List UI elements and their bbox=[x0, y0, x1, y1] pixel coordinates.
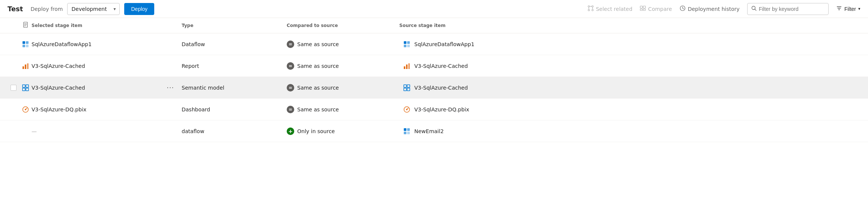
table-row[interactable]: V3-SqlAzure-DQ.pbix Dashboard = Same as … bbox=[0, 99, 868, 120]
svg-rect-40 bbox=[407, 85, 410, 87]
row3-checkbox[interactable] bbox=[8, 85, 20, 91]
svg-rect-38 bbox=[26, 88, 29, 91]
svg-rect-50 bbox=[407, 128, 410, 131]
svg-rect-31 bbox=[27, 63, 29, 69]
row3-checkbox-input[interactable] bbox=[11, 85, 17, 91]
row3-status-icon: = bbox=[287, 84, 294, 92]
row2-source-icon bbox=[399, 62, 414, 70]
row2-compared-label: Same as source bbox=[297, 63, 339, 69]
row2-type: Report bbox=[182, 63, 287, 69]
search-icon bbox=[751, 6, 757, 12]
row4-name: V3-SqlAzure-DQ.pbix bbox=[32, 106, 159, 112]
search-input[interactable] bbox=[759, 6, 824, 12]
row3-more-button[interactable]: ··· bbox=[159, 84, 182, 92]
deploy-from-label: Deploy from bbox=[30, 6, 63, 12]
svg-line-45 bbox=[26, 108, 27, 110]
svg-rect-22 bbox=[26, 41, 29, 44]
svg-rect-9 bbox=[640, 9, 642, 10]
svg-rect-23 bbox=[23, 45, 25, 47]
row3-type: Semantic model bbox=[182, 85, 287, 91]
svg-rect-28 bbox=[407, 45, 410, 47]
row1-compared-label: Same as source bbox=[297, 41, 339, 47]
svg-rect-42 bbox=[407, 88, 410, 91]
filter-label: Filter bbox=[844, 6, 856, 12]
row5-compared: + Only in source bbox=[287, 128, 377, 135]
chevron-down-icon: ▾ bbox=[113, 6, 116, 12]
search-box[interactable] bbox=[747, 3, 829, 15]
col-header-type: Type bbox=[182, 23, 287, 28]
row2-compared: = Same as source bbox=[287, 62, 377, 70]
page-icon bbox=[23, 22, 29, 29]
row5-source-icon bbox=[399, 128, 414, 135]
svg-rect-8 bbox=[643, 6, 645, 8]
row1-source-name: SqlAzureDataflowApp1 bbox=[414, 41, 527, 47]
select-related-label: Select related bbox=[596, 6, 632, 12]
row2-name: V3-SqlAzure-Cached bbox=[32, 63, 159, 69]
deployment-history-label: Deployment history bbox=[688, 6, 740, 12]
deploy-button[interactable]: Deploy bbox=[124, 3, 154, 15]
svg-rect-24 bbox=[26, 45, 29, 47]
table-header: Selected stage item Type Compared to sou… bbox=[0, 18, 868, 33]
filter-button[interactable]: Filter ▾ bbox=[836, 5, 860, 12]
svg-rect-35 bbox=[23, 85, 25, 87]
select-related-button[interactable]: Select related bbox=[588, 5, 632, 13]
svg-point-1 bbox=[592, 6, 593, 7]
svg-point-2 bbox=[588, 9, 590, 11]
table-row[interactable]: V3-SqlAzure-Cached ··· Semantic model = … bbox=[0, 77, 868, 99]
svg-line-13 bbox=[755, 9, 756, 11]
page-title: Test bbox=[8, 5, 23, 13]
row2-item-icon bbox=[20, 62, 32, 70]
row2-source-name: V3-SqlAzure-Cached bbox=[414, 63, 527, 69]
table-container: Selected stage item Type Compared to sou… bbox=[0, 18, 868, 142]
deploy-from-value: Development bbox=[71, 6, 110, 12]
row5-status-icon: + bbox=[287, 128, 294, 135]
svg-rect-41 bbox=[404, 88, 406, 91]
table-row[interactable]: SqlAzureDataflowApp1 Dataflow = Same as … bbox=[0, 33, 868, 55]
table-row[interactable]: — dataflow + Only in source NewEmail2 bbox=[0, 120, 868, 142]
deployment-history-button[interactable]: Deployment history bbox=[680, 5, 740, 13]
svg-rect-49 bbox=[404, 128, 406, 131]
svg-rect-21 bbox=[23, 41, 25, 44]
row4-item-icon bbox=[20, 106, 32, 113]
col-header-source: Source stage item bbox=[399, 23, 527, 28]
row1-source-icon bbox=[399, 40, 414, 48]
row1-status-icon: = bbox=[287, 40, 294, 48]
svg-rect-51 bbox=[404, 132, 406, 134]
svg-rect-26 bbox=[407, 41, 410, 44]
svg-rect-29 bbox=[23, 66, 24, 69]
row3-compared: = Same as source bbox=[287, 84, 377, 92]
svg-point-3 bbox=[592, 9, 593, 11]
row4-compared: = Same as source bbox=[287, 106, 377, 113]
topbar: Test Deploy from Development ▾ Deploy Se… bbox=[0, 0, 868, 18]
deploy-from-select[interactable]: Development ▾ bbox=[67, 3, 120, 15]
row5-type: dataflow bbox=[182, 128, 287, 134]
svg-rect-25 bbox=[404, 41, 406, 44]
svg-line-48 bbox=[407, 108, 408, 110]
row3-name: V3-SqlAzure-Cached bbox=[32, 85, 159, 91]
row1-name: SqlAzureDataflowApp1 bbox=[32, 41, 159, 47]
row4-type: Dashboard bbox=[182, 106, 287, 112]
svg-rect-52 bbox=[407, 132, 410, 134]
compare-button[interactable]: Compare bbox=[640, 5, 672, 13]
svg-rect-37 bbox=[23, 88, 25, 91]
row3-compared-label: Same as source bbox=[297, 85, 339, 91]
row1-type: Dataflow bbox=[182, 41, 287, 47]
svg-rect-7 bbox=[640, 6, 642, 8]
svg-rect-36 bbox=[26, 85, 29, 87]
col-header-name: Selected stage item bbox=[32, 23, 159, 28]
svg-rect-10 bbox=[643, 9, 645, 10]
row4-source-name: V3-SqlAzure-DQ.pbix bbox=[414, 106, 527, 112]
col-header-compared: Compared to source bbox=[287, 23, 377, 28]
compare-icon bbox=[640, 5, 646, 13]
row4-compared-label: Same as source bbox=[297, 106, 339, 112]
row3-source-icon bbox=[399, 84, 414, 92]
table-row[interactable]: V3-SqlAzure-Cached Report = Same as sour… bbox=[0, 55, 868, 77]
svg-rect-34 bbox=[408, 63, 410, 69]
history-icon bbox=[680, 5, 686, 13]
row1-compared: = Same as source bbox=[287, 40, 377, 48]
row3-source-name: V3-SqlAzure-Cached bbox=[414, 85, 527, 91]
svg-rect-27 bbox=[404, 45, 406, 47]
svg-rect-39 bbox=[404, 85, 406, 87]
row4-status-icon: = bbox=[287, 106, 294, 113]
svg-rect-33 bbox=[406, 64, 408, 69]
